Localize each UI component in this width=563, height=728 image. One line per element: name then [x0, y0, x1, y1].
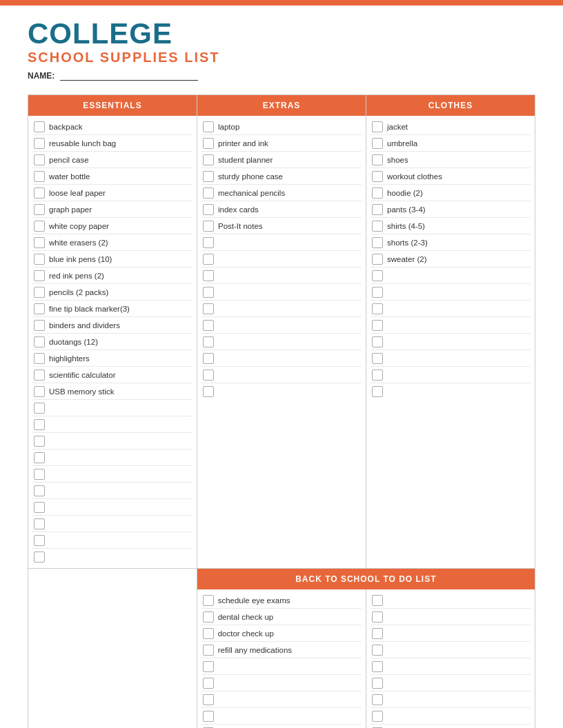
- checkbox[interactable]: [34, 370, 45, 381]
- checkbox[interactable]: [34, 469, 45, 480]
- checkbox[interactable]: [34, 320, 45, 331]
- checkbox[interactable]: [203, 645, 214, 656]
- checkbox[interactable]: [203, 221, 214, 232]
- checkbox[interactable]: [34, 452, 45, 463]
- clothes-header: CLOTHES: [366, 95, 535, 116]
- checkbox[interactable]: [372, 188, 383, 199]
- checkbox[interactable]: [34, 270, 45, 281]
- checkbox[interactable]: [34, 552, 45, 563]
- checkbox[interactable]: [372, 694, 383, 705]
- checkbox[interactable]: [34, 204, 45, 215]
- item-label: index cards: [218, 205, 259, 214]
- checkbox[interactable]: [372, 370, 383, 381]
- empty-item: [201, 251, 362, 267]
- list-item: sweater (2): [371, 251, 531, 267]
- checkbox[interactable]: [203, 188, 214, 199]
- checkbox[interactable]: [203, 628, 214, 639]
- checkbox[interactable]: [372, 171, 383, 182]
- checkbox[interactable]: [203, 353, 214, 364]
- checkbox[interactable]: [203, 336, 214, 347]
- checkbox[interactable]: [34, 336, 45, 347]
- checkbox[interactable]: [203, 595, 214, 606]
- checkbox[interactable]: [372, 353, 383, 364]
- checkbox[interactable]: [372, 154, 383, 165]
- checkbox[interactable]: [203, 611, 214, 623]
- name-input-line[interactable]: [60, 71, 198, 81]
- checkbox[interactable]: [203, 287, 214, 298]
- checkbox[interactable]: [203, 370, 214, 381]
- checkbox[interactable]: [34, 436, 45, 447]
- checkbox[interactable]: [372, 138, 383, 149]
- checkbox[interactable]: [372, 254, 383, 265]
- checkbox[interactable]: [372, 336, 383, 347]
- list-item: reusable lunch bag: [32, 135, 192, 152]
- checkbox[interactable]: [372, 678, 383, 689]
- checkbox[interactable]: [34, 138, 45, 149]
- checkbox[interactable]: [203, 237, 214, 248]
- empty-item: [32, 499, 192, 516]
- checkbox[interactable]: [203, 270, 214, 281]
- checkbox[interactable]: [203, 678, 214, 689]
- checkbox[interactable]: [203, 303, 214, 314]
- checkbox[interactable]: [34, 386, 45, 397]
- empty-item: [201, 658, 362, 675]
- checkbox[interactable]: [203, 711, 214, 722]
- checkbox[interactable]: [203, 154, 214, 165]
- checkbox[interactable]: [372, 221, 383, 232]
- empty-item: [32, 466, 192, 483]
- checkbox[interactable]: [34, 188, 45, 199]
- checkbox[interactable]: [34, 171, 45, 182]
- checkbox[interactable]: [372, 237, 383, 248]
- empty-item: [201, 367, 362, 383]
- essentials-header: ESSENTIALS: [28, 95, 197, 116]
- empty-item: [371, 625, 531, 642]
- checkbox[interactable]: [34, 518, 45, 529]
- checkbox[interactable]: [372, 711, 383, 722]
- checkbox[interactable]: [34, 419, 45, 430]
- list-item: dental check up: [201, 609, 362, 625]
- checkbox[interactable]: [34, 353, 45, 364]
- empty-item: [201, 350, 362, 367]
- checkbox[interactable]: [372, 661, 383, 672]
- checkbox[interactable]: [203, 254, 214, 265]
- checkbox[interactable]: [203, 121, 214, 132]
- checkbox[interactable]: [372, 645, 383, 656]
- checkbox[interactable]: [34, 502, 45, 513]
- top-bar: [0, 0, 563, 6]
- checkbox[interactable]: [34, 254, 45, 265]
- checkbox[interactable]: [203, 661, 214, 672]
- checkbox[interactable]: [372, 204, 383, 215]
- checkbox[interactable]: [372, 386, 383, 397]
- checkbox[interactable]: [34, 237, 45, 248]
- empty-item: [371, 284, 531, 301]
- checkbox[interactable]: [34, 287, 45, 298]
- checkbox[interactable]: [372, 121, 383, 132]
- empty-item: [201, 675, 362, 691]
- list-item: white erasers (2): [32, 234, 192, 251]
- clothes-column: CLOTHES jacket umbrella shoes workout cl…: [366, 95, 535, 568]
- checkbox[interactable]: [34, 535, 45, 546]
- checkbox[interactable]: [203, 138, 214, 149]
- checkbox[interactable]: [203, 694, 214, 705]
- checkbox[interactable]: [34, 154, 45, 165]
- checkbox[interactable]: [203, 320, 214, 331]
- list-item: blue ink pens (10): [32, 251, 192, 267]
- checkbox[interactable]: [203, 204, 214, 215]
- checkbox[interactable]: [372, 320, 383, 331]
- checkbox[interactable]: [203, 386, 214, 397]
- checkbox[interactable]: [34, 485, 45, 496]
- checkbox[interactable]: [372, 595, 383, 606]
- checkbox[interactable]: [372, 611, 383, 623]
- checkbox[interactable]: [372, 270, 383, 281]
- checkbox[interactable]: [372, 628, 383, 639]
- empty-item: [371, 658, 531, 675]
- checkbox[interactable]: [34, 403, 45, 414]
- checkbox[interactable]: [34, 303, 45, 314]
- checkbox[interactable]: [34, 121, 45, 132]
- list-item: loose leaf paper: [32, 185, 192, 201]
- checkbox[interactable]: [372, 287, 383, 298]
- extras-column: EXTRAS laptop printer and ink student pl…: [197, 95, 366, 568]
- checkbox[interactable]: [372, 303, 383, 314]
- checkbox[interactable]: [34, 221, 45, 232]
- checkbox[interactable]: [203, 171, 214, 182]
